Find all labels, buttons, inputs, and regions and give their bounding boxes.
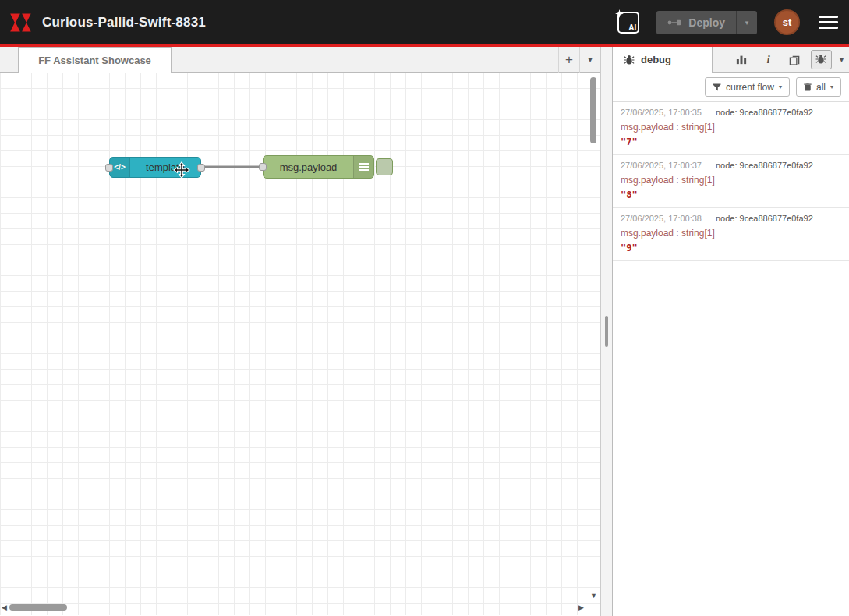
flow-tab-actions: + ▾ xyxy=(558,47,600,73)
sidebar-tabbar: debug i ▾ xyxy=(613,47,849,73)
message-timestamp: 27/06/2025, 17:00:35 xyxy=(621,108,702,117)
funnel-icon xyxy=(713,83,721,91)
flow-list-caret[interactable]: ▾ xyxy=(579,47,600,73)
template-output-port[interactable] xyxy=(197,164,205,172)
message-property: msg.payload : string[1] xyxy=(621,175,841,186)
main-menu-button[interactable] xyxy=(817,12,840,32)
scroll-right-arrow[interactable]: ▶ xyxy=(578,604,584,611)
debug-message: 27/06/2025, 17:00:37 node: 9cea886877e0f… xyxy=(613,155,849,208)
flow-canvas[interactable]: </> template msg.payload ▼ ◀ xyxy=(0,73,600,615)
sidebar: debug i ▾ current flo xyxy=(613,47,849,616)
node-debug[interactable]: msg.payload xyxy=(263,155,374,179)
header-actions: AI Deploy ▾ st xyxy=(617,9,840,35)
template-node-label: template xyxy=(130,161,200,173)
app-header: Curious-Pallid-Swift-8831 AI Deploy ▾ st xyxy=(0,0,849,44)
tab-debug-mini[interactable] xyxy=(811,50,832,69)
debug-tab-label: debug xyxy=(641,54,671,65)
message-value: "8" xyxy=(621,189,841,200)
debug-node-label: msg.payload xyxy=(264,161,353,173)
vertical-scrollbar-thumb[interactable] xyxy=(590,77,596,143)
tab-dashboard[interactable] xyxy=(731,50,752,69)
deploy-button[interactable]: Deploy ▾ xyxy=(656,11,757,34)
deploy-main[interactable]: Deploy xyxy=(656,16,736,29)
chevron-down-icon: ▾ xyxy=(830,83,833,90)
template-input-port[interactable] xyxy=(105,164,113,172)
workspace: FF Assistant Showcase + ▾ </> template xyxy=(0,47,600,616)
debug-toggle-button[interactable] xyxy=(376,158,393,175)
debug-message: 27/06/2025, 17:00:38 node: 9cea886877e0f… xyxy=(613,208,849,261)
info-icon: i xyxy=(766,53,769,66)
book-icon xyxy=(789,54,801,65)
chart-icon xyxy=(736,54,747,65)
message-value: "9" xyxy=(621,243,841,253)
debug-toolbar: current flow ▾ all ▾ xyxy=(613,73,849,101)
sidebar-tabs-caret[interactable]: ▾ xyxy=(840,55,844,64)
tab-debug[interactable]: debug xyxy=(613,47,713,73)
message-meta: 27/06/2025, 17:00:37 node: 9cea886877e0f… xyxy=(621,161,841,170)
sparkle-icon xyxy=(615,9,624,18)
sidebar-splitter[interactable] xyxy=(600,47,613,616)
scroll-down-arrow[interactable]: ▼ xyxy=(590,593,597,600)
debug-filter-button[interactable]: current flow ▾ xyxy=(705,77,790,97)
horizontal-scrollbar-thumb[interactable] xyxy=(9,604,67,611)
trash-icon xyxy=(804,83,812,91)
ai-assistant-button[interactable]: AI xyxy=(617,12,639,34)
message-value: "7" xyxy=(621,136,841,147)
flow-tabbar: FF Assistant Showcase + ▾ xyxy=(0,47,600,73)
debug-list-icon xyxy=(353,156,373,178)
flow-tab-label: FF Assistant Showcase xyxy=(38,55,151,66)
instance-title: Curious-Pallid-Swift-8831 xyxy=(42,15,206,30)
ai-label: AI xyxy=(628,23,636,32)
message-meta: 27/06/2025, 17:00:35 node: 9cea886877e0f… xyxy=(621,108,841,117)
bug-icon xyxy=(815,54,826,65)
message-property: msg.payload : string[1] xyxy=(621,122,841,133)
message-timestamp: 27/06/2025, 17:00:38 xyxy=(621,214,702,223)
message-node-id: node: 9cea886877e0fa92 xyxy=(716,108,813,117)
bug-icon xyxy=(624,55,635,65)
node-template[interactable]: </> template xyxy=(109,157,201,178)
user-avatar[interactable]: st xyxy=(774,9,800,35)
scroll-left-arrow[interactable]: ◀ xyxy=(2,604,7,611)
flow-tab-active[interactable]: FF Assistant Showcase xyxy=(18,47,172,73)
deploy-icon xyxy=(667,18,681,27)
message-property: msg.payload : string[1] xyxy=(621,228,841,239)
tab-info[interactable]: i xyxy=(758,50,779,69)
debug-messages: 27/06/2025, 17:00:35 node: 9cea886877e0f… xyxy=(613,101,849,616)
deploy-options-caret[interactable]: ▾ xyxy=(736,11,757,34)
message-node-id: node: 9cea886877e0fa92 xyxy=(716,214,813,223)
add-flow-button[interactable]: + xyxy=(558,47,579,73)
sidebar-tab-icons: i ▾ xyxy=(731,47,849,72)
flowfuse-logo[interactable] xyxy=(9,12,33,33)
debug-message: 27/06/2025, 17:00:35 node: 9cea886877e0f… xyxy=(613,102,849,155)
splitter-grip-icon[interactable] xyxy=(605,316,608,347)
chevron-down-icon: ▾ xyxy=(779,83,782,90)
wire-layer xyxy=(0,73,600,615)
tab-help[interactable] xyxy=(784,50,805,69)
debug-clear-button[interactable]: all ▾ xyxy=(796,77,841,97)
deploy-label: Deploy xyxy=(688,16,725,29)
message-timestamp: 27/06/2025, 17:00:37 xyxy=(621,161,702,170)
message-node-id: node: 9cea886877e0fa92 xyxy=(716,161,813,170)
debug-clear-label: all xyxy=(816,82,826,93)
debug-input-port[interactable] xyxy=(259,163,267,171)
debug-filter-label: current flow xyxy=(726,82,774,93)
message-meta: 27/06/2025, 17:00:38 node: 9cea886877e0f… xyxy=(621,214,841,223)
